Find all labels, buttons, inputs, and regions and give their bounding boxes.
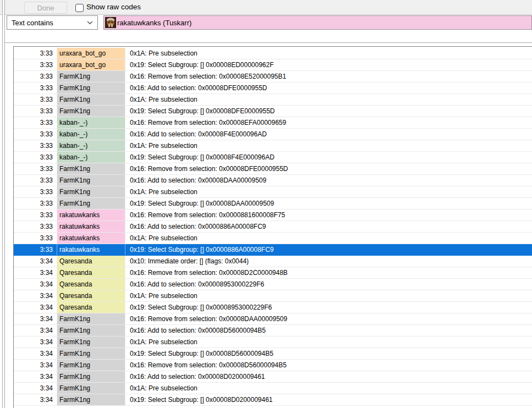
done-button[interactable]: Done [24,2,67,14]
panel-splitter[interactable] [2,0,5,408]
log-row[interactable]: 3:33 kaban-_-) 0x16: Remove from selecti… [14,117,532,129]
log-row[interactable]: 3:34 FarmK1ng 0x16: Add to selection: 0x… [14,371,532,383]
log-row-time: 3:33 [14,140,57,151]
log-row[interactable]: 3:33 FarmK1ng 0x16: Add to selection: 0x… [14,175,532,186]
log-row-action: 0x16: Add to selection: 0x00008F4E000096… [125,129,532,140]
log-row[interactable]: 3:33 kaban-_-) 0x19: Select Subgroup: []… [14,152,532,163]
log-row[interactable]: 3:34 Qaresanda 0x19: Select Subgroup: []… [14,302,532,313]
log-row[interactable]: 3:33 FarmK1ng 0x19: Select Subgroup: [] … [14,198,532,209]
log-row-time: 3:34 [14,267,57,278]
log-row-action: 0x16: Remove from selection: 0x00008D560… [125,360,532,371]
chevron-down-icon [87,21,93,25]
log-row[interactable]: 3:34 FarmK1ng 0x1A: Pre subselection [14,383,532,394]
log-row-player: FarmK1ng [57,348,125,359]
filter-value-text: rakatuwkanks (Tuskarr) [117,19,191,27]
log-row-time: 3:33 [14,71,57,82]
log-row-player: kaban-_-) [57,117,125,128]
log-row-time: 3:34 [14,325,57,336]
log-row-time: 3:34 [14,256,57,267]
filter-operator-value: Text contains [12,19,53,27]
log-row[interactable]: 3:34 FarmK1ng 0x16: Remove from selectio… [14,313,532,325]
log-row-player: FarmK1ng [57,394,125,405]
action-log-table: 3:33 uraxara_bot_go 0x1A: Pre subselecti… [13,46,532,408]
log-row-action: 0x1A: Pre subselection [125,94,532,105]
log-row[interactable]: 3:33 rakatuwkanks 0x19: Select Subgroup:… [14,244,532,256]
log-row-time: 3:33 [14,175,57,186]
log-row[interactable]: 3:33 FarmK1ng 0x1A: Pre subselection [14,94,532,106]
log-row-player: FarmK1ng [57,325,125,336]
log-row-time: 3:33 [14,59,57,70]
log-row-time: 3:33 [14,82,57,93]
log-row-action: 0x19: Select Subgroup: [] 0x00008ED00000… [125,59,532,70]
log-row-player: rakatuwkanks [57,244,125,255]
log-row[interactable]: 3:33 FarmK1ng 0x16: Add to selection: 0x… [14,82,532,94]
log-row-action: 0x19: Select Subgroup: [] 0x00008F4E0000… [125,152,532,163]
log-row[interactable]: 3:33 uraxara_bot_go 0x1A: Pre subselecti… [14,48,532,59]
log-row[interactable]: 3:34 Qaresanda 0x1A: Pre subselection [14,290,532,302]
log-row-time: 3:33 [14,163,57,174]
log-row[interactable]: 3:33 uraxara_bot_go 0x19: Select Subgrou… [14,59,532,71]
log-row[interactable]: 3:34 Qaresanda 0x16: Remove from selecti… [14,267,532,279]
log-row[interactable]: 3:33 kaban-_-) 0x1A: Pre subselection [14,140,532,152]
log-row-action: 0x19: Select Subgroup: [] 0x00008D560000… [125,348,532,359]
log-row-action: 0x16: Add to selection: 0x00008D56000094… [125,325,532,336]
log-row-player: FarmK1ng [57,337,125,348]
log-row[interactable]: 3:33 FarmK1ng 0x19: Select Subgroup: [] … [14,106,532,117]
log-row-time: 3:33 [14,106,57,117]
log-row-time: 3:34 [14,337,57,348]
log-row[interactable]: 3:34 Qaresanda 0x10: Immediate order: []… [14,256,532,267]
log-row[interactable]: 3:33 kaban-_-) 0x16: Add to selection: 0… [14,129,532,140]
log-row-action: 0x16: Remove from selection: 0x000088160… [125,209,532,220]
log-row-action: 0x19: Select Subgroup: [] 0x0000886A0000… [125,244,532,255]
log-row[interactable]: 3:33 rakatuwkanks 0x16: Remove from sele… [14,209,532,221]
log-row-player: Qaresanda [57,256,125,267]
log-row-action: 0x1A: Pre subselection [125,383,532,394]
log-row-time: 3:34 [14,348,57,359]
log-row-action: 0x16: Add to selection: 0x00008DFE000095… [125,82,532,93]
log-row-time: 3:34 [14,383,57,394]
log-row-time: 3:33 [14,209,57,220]
log-row-player: FarmK1ng [57,106,125,117]
log-row-player: rakatuwkanks [57,221,125,232]
log-row[interactable]: 3:33 rakatuwkanks 0x16: Add to selection… [14,221,532,233]
log-row-time: 3:34 [14,290,57,301]
log-row-player: uraxara_bot_go [57,59,125,70]
log-row-time: 3:33 [14,129,57,140]
log-row-action: 0x1A: Pre subselection [125,186,532,197]
log-row-time: 3:33 [14,244,57,255]
replay-action-log-window: Done Show raw codes Text contains rakatu… [0,0,532,408]
log-row-time: 3:33 [14,221,57,232]
log-row-player: rakatuwkanks [57,209,125,220]
log-row[interactable]: 3:33 FarmK1ng 0x1A: Pre subselection [14,186,532,198]
log-row-player: Qaresanda [57,279,125,290]
log-row[interactable]: 3:34 FarmK1ng 0x19: Select Subgroup: [] … [14,348,532,360]
log-row-time: 3:34 [14,371,57,382]
log-row[interactable]: 3:34 FarmK1ng 0x1A: Pre subselection [14,337,532,348]
log-row-player: kaban-_-) [57,152,125,163]
log-row[interactable]: 3:33 rakatuwkanks 0x1A: Pre subselection [14,233,532,244]
log-row-action: 0x19: Select Subgroup: [] 0x00008DAA0000… [125,198,532,209]
log-row-time: 3:33 [14,198,57,209]
log-row-action: 0x19: Select Subgroup: [] 0x00008DFE0000… [125,106,532,117]
log-row[interactable]: 3:34 Qaresanda 0x16: Add to selection: 0… [14,279,532,290]
log-row[interactable]: 3:33 FarmK1ng 0x16: Remove from selectio… [14,71,532,82]
log-row-action: 0x16: Remove from selection: 0x00008EFA0… [125,117,532,128]
log-row[interactable]: 3:34 FarmK1ng 0x19: Select Subgroup: [] … [14,394,532,406]
log-row-time: 3:33 [14,233,57,244]
log-row-player: FarmK1ng [57,360,125,371]
filter-operator-select[interactable]: Text contains [7,15,98,30]
show-raw-codes-checkbox[interactable] [75,4,84,12]
log-row[interactable]: 3:34 FarmK1ng 0x16: Remove from selectio… [14,360,532,371]
log-row-player: FarmK1ng [57,383,125,394]
log-row-time: 3:34 [14,313,57,324]
log-row-player: rakatuwkanks [57,233,125,244]
log-row-action: 0x1A: Pre subselection [125,48,532,59]
log-row-time: 3:34 [14,279,57,290]
log-row-action: 0x16: Add to selection: 0x00008DAA000095… [125,175,532,186]
log-row[interactable]: 3:33 FarmK1ng 0x16: Remove from selectio… [14,163,532,175]
filter-value-field[interactable]: rakatuwkanks (Tuskarr) [103,15,532,30]
log-row-action: 0x1A: Pre subselection [125,290,532,301]
log-row-action: 0x16: Add to selection: 0x00008953000229… [125,279,532,290]
log-row[interactable]: 3:34 FarmK1ng 0x16: Add to selection: 0x… [14,325,532,337]
log-row-player: FarmK1ng [57,198,125,209]
